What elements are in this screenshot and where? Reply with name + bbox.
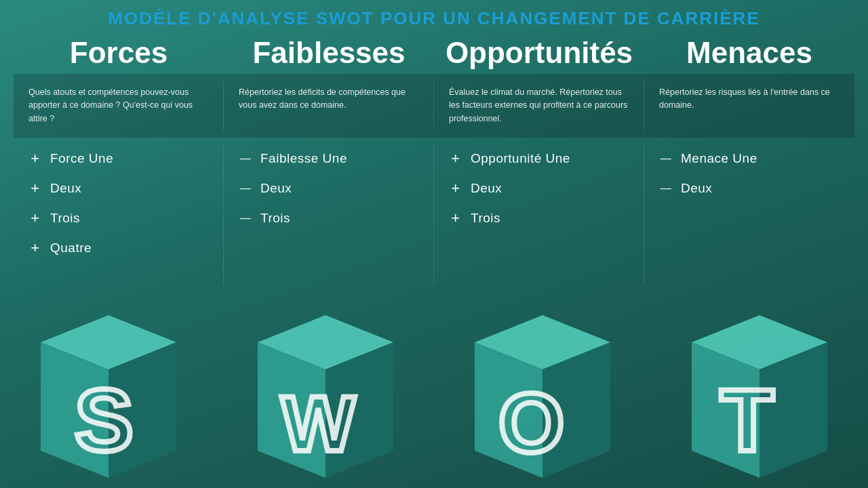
list-item: +Trois: [449, 211, 629, 226]
plus-icon: +: [449, 151, 462, 166]
list-item: +Force Une: [28, 151, 208, 166]
minus-icon: —: [659, 183, 673, 194]
title-bar: MODÈLE D'ANALYSE SWOT POUR UN CHANGEMENT…: [0, 0, 868, 35]
list-item: +Opportunité Une: [449, 151, 629, 166]
cube-o: O: [434, 291, 651, 488]
list-item: —Deux: [659, 181, 840, 196]
items-col-forces: +Force Une +Deux +Trois +Quatre: [14, 144, 224, 285]
svg-text:T: T: [720, 371, 774, 470]
desc-opportunites: Évaluez le climat du marché. Répertoriez…: [434, 81, 644, 131]
list-item: —Menace Une: [659, 151, 840, 166]
col-header-forces: Forces: [14, 35, 224, 74]
items-col-menaces: —Menace Une —Deux: [644, 144, 854, 285]
plus-icon: +: [28, 181, 42, 196]
plus-icon: +: [449, 181, 462, 196]
col-header-faiblesses: Faiblesses: [224, 35, 434, 74]
col-header-menaces: Menaces: [644, 35, 854, 74]
cube-s: S: [0, 291, 217, 488]
minus-icon: —: [239, 153, 252, 164]
list-item: —Trois: [239, 211, 418, 226]
desc-forces: Quels atouts et compétences pouvez-vous …: [14, 81, 224, 131]
plus-icon: +: [28, 211, 42, 226]
desc-menaces: Répertoriez les risques liés à l'entrée …: [644, 81, 854, 131]
items-col-faiblesses: —Faiblesse Une —Deux —Trois: [224, 144, 434, 285]
plus-icon: +: [28, 241, 42, 256]
minus-icon: —: [239, 183, 252, 194]
minus-icon: —: [659, 153, 673, 164]
cube-t: T: [651, 291, 868, 488]
svg-text:W: W: [281, 380, 355, 467]
list-item: —Faiblesse Une: [239, 151, 418, 166]
plus-icon: +: [28, 151, 42, 166]
list-item: —Deux: [239, 181, 418, 196]
svg-text:O: O: [498, 375, 564, 470]
items-col-opportunites: +Opportunité Une +Deux +Trois: [434, 144, 644, 285]
plus-icon: +: [449, 211, 462, 226]
list-item: +Quatre: [28, 241, 208, 256]
swot-cubes-area: S W O: [0, 291, 868, 488]
list-item: +Trois: [28, 211, 208, 226]
desc-faiblesses: Répertoriez les déficits de compétences …: [224, 81, 434, 131]
svg-text:S: S: [75, 371, 134, 470]
page: MODÈLE D'ANALYSE SWOT POUR UN CHANGEMENT…: [0, 0, 868, 488]
list-item: +Deux: [449, 181, 629, 196]
col-header-opportunites: Opportunités: [434, 35, 644, 74]
cube-w: W: [217, 291, 434, 488]
main-title: MODÈLE D'ANALYSE SWOT POUR UN CHANGEMENT…: [27, 8, 841, 29]
list-item: +Deux: [28, 181, 208, 196]
minus-icon: —: [239, 213, 252, 224]
